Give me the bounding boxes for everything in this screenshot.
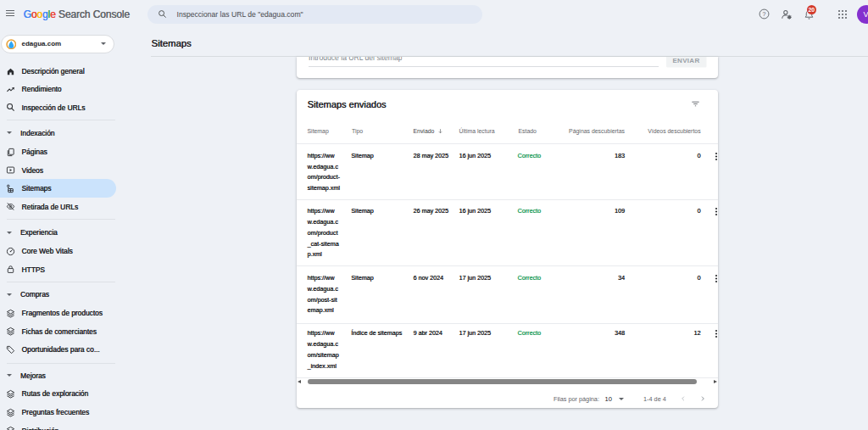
svg-text:?: ?	[763, 11, 766, 17]
